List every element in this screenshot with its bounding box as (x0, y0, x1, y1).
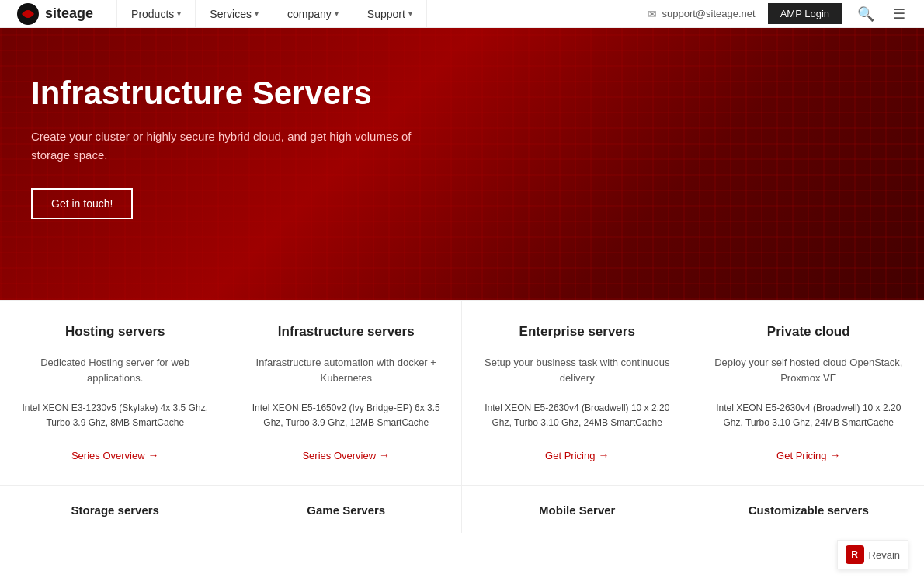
hamburger-menu-button[interactable]: ☰ (890, 5, 908, 23)
hero-cta-button[interactable]: Get in touch! (31, 188, 133, 219)
nav-item-company[interactable]: company ▾ (273, 0, 353, 28)
support-email: ✉ support@siteage.net (648, 8, 755, 20)
chevron-down-icon: ▾ (335, 9, 339, 18)
card-spec: Intel XEON E5-2630v4 (Broadwell) 10 x 2.… (478, 401, 677, 430)
card-description: Deploy your self hosted cloud OpenStack,… (709, 355, 909, 385)
logo-text: siteage (45, 5, 93, 22)
hero-section: Infrastructure Servers Create your clust… (0, 28, 924, 300)
card-infrastructure-servers: Infrastructure servers Infarastructure a… (231, 300, 463, 485)
bottom-card-title: Customizable servers (749, 503, 869, 517)
card-link-private-cloud[interactable]: Get Pricing → (709, 449, 909, 461)
nav-item-services[interactable]: Services ▾ (196, 0, 273, 28)
chevron-down-icon: ▾ (177, 9, 181, 18)
card-enterprise-servers: Enterprise servers Setup your business t… (462, 300, 693, 485)
arrow-icon: → (829, 449, 840, 461)
hero-content: Infrastructure Servers Create your clust… (31, 75, 419, 219)
hero-title: Infrastructure Servers (31, 75, 419, 112)
logo-icon (16, 2, 40, 26)
nav-item-support[interactable]: Support ▾ (353, 0, 427, 28)
card-private-cloud: Private cloud Deploy your self hosted cl… (693, 300, 925, 485)
card-description: Infarastructure automation with docker +… (247, 355, 446, 385)
card-title: Infrastructure servers (247, 324, 446, 340)
bottom-card-title: Game Servers (307, 503, 385, 517)
bottom-card-storage[interactable]: Storage servers (0, 486, 231, 533)
card-title: Private cloud (709, 324, 909, 340)
card-link-hosting[interactable]: Series Overview → (16, 449, 215, 461)
card-title: Hosting servers (16, 324, 215, 340)
bottom-card-game[interactable]: Game Servers (231, 486, 463, 533)
bottom-card-mobile[interactable]: Mobile Server (462, 486, 693, 533)
chevron-down-icon: ▾ (408, 9, 412, 18)
arrow-icon: → (148, 449, 159, 461)
chevron-down-icon: ▾ (255, 9, 259, 18)
nav-menu: Products ▾ Services ▾ company ▾ Support … (116, 0, 648, 28)
email-icon: ✉ (648, 8, 657, 20)
navbar: siteage Products ▾ Services ▾ company ▾ … (0, 0, 924, 28)
card-spec: Intel XEON E3-1230v5 (Skylake) 4x 3.5 Gh… (16, 401, 215, 430)
navbar-right: ✉ support@siteage.net AMP Login 🔍 ☰ (648, 3, 908, 24)
server-cards-section: Hosting servers Dedicated Hosting server… (0, 300, 924, 486)
amp-login-button[interactable]: AMP Login (768, 3, 842, 24)
card-hosting-servers: Hosting servers Dedicated Hosting server… (0, 300, 231, 485)
logo[interactable]: siteage (16, 2, 93, 26)
hero-subtitle: Create your cluster or highly secure hyb… (31, 127, 419, 165)
card-spec: Intel XEON E5-1650v2 (Ivy Bridge-EP) 6x … (247, 401, 446, 430)
card-description: Setup your business task with continuous… (478, 355, 677, 385)
search-button[interactable]: 🔍 (854, 5, 877, 23)
arrow-icon: → (598, 449, 609, 461)
bottom-card-title: Storage servers (71, 503, 159, 517)
arrow-icon: → (379, 449, 390, 461)
card-description: Dedicated Hosting server for web applica… (16, 355, 215, 385)
nav-item-products[interactable]: Products ▾ (116, 0, 196, 28)
card-title: Enterprise servers (478, 324, 677, 340)
card-link-infrastructure[interactable]: Series Overview → (247, 449, 446, 461)
bottom-card-customizable[interactable]: Customizable servers (693, 486, 925, 533)
card-spec: Intel XEON E5-2630v4 (Broadwell) 10 x 2.… (709, 401, 909, 430)
bottom-cards-row: Storage servers Game Servers Mobile Serv… (0, 486, 924, 533)
bottom-card-title: Mobile Server (539, 503, 615, 517)
card-link-enterprise[interactable]: Get Pricing → (478, 449, 677, 461)
